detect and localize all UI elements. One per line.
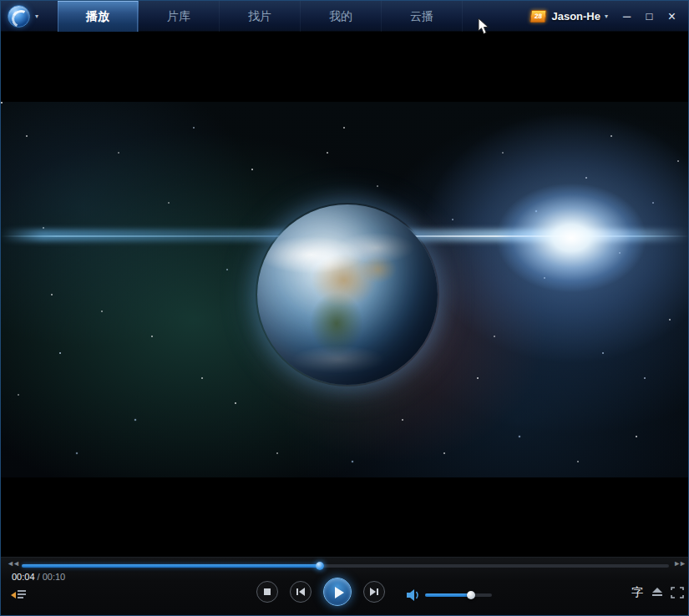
volume-fill (425, 593, 472, 597)
tab-mine[interactable]: 我的 (301, 1, 382, 32)
earth-planet (257, 204, 438, 385)
tab-library[interactable]: 片库 (139, 1, 220, 32)
user-dropdown-icon[interactable]: ▾ (605, 13, 608, 20)
seek-bar[interactable] (22, 564, 669, 568)
maximize-button[interactable]: □ (638, 10, 661, 23)
titlebar: ▾ 播放 片库 找片 我的 云播 28 Jason-He ▾ ─ □ × (1, 1, 688, 32)
volume-slider[interactable] (425, 593, 492, 597)
video-area[interactable] (1, 32, 689, 558)
previous-icon (299, 588, 305, 596)
minimize-button[interactable]: ─ (616, 10, 638, 23)
seek-handle[interactable] (316, 562, 324, 570)
user-name: Jason-He (551, 10, 600, 23)
logo-dropdown-icon[interactable]: ▾ (35, 13, 38, 20)
rewind-icon[interactable]: ◄◄ (7, 559, 18, 568)
sun-core (479, 171, 663, 305)
user-account[interactable]: 28 Jason-He ▾ (530, 1, 608, 32)
tab-find[interactable]: 找片 (220, 1, 301, 32)
next-icon (370, 588, 376, 596)
volume-handle[interactable] (467, 591, 475, 599)
video-frame-space-scene (1, 102, 689, 477)
fast-forward-icon[interactable]: ►► (673, 559, 685, 568)
previous-button[interactable] (290, 581, 312, 603)
next-button[interactable] (363, 581, 385, 603)
player-window: ▾ 播放 片库 找片 我的 云播 28 Jason-He ▾ ─ □ × (0, 0, 689, 616)
stop-icon (264, 588, 271, 595)
play-icon (335, 587, 344, 598)
play-button[interactable] (323, 578, 352, 606)
time-display: 00:04 / 00:10 (12, 572, 65, 582)
speaker-icon[interactable] (407, 588, 422, 602)
starfield (1, 102, 3, 104)
time-total: 00:10 (43, 572, 66, 582)
subtitle-button[interactable]: 字 (631, 585, 643, 600)
playlist-arrow-icon (11, 592, 16, 598)
app-logo-icon[interactable] (8, 5, 30, 28)
seek-bar-fill (22, 564, 320, 568)
tab-play[interactable]: 播放 (58, 1, 139, 32)
user-level-badge-icon: 28 (530, 10, 548, 23)
time-current: 00:04 (12, 572, 35, 582)
close-button[interactable]: × (661, 9, 683, 24)
eject-icon[interactable] (652, 588, 662, 596)
fullscreen-icon[interactable] (671, 587, 684, 598)
window-controls: ─ □ × (616, 1, 683, 32)
tab-cloud[interactable]: 云播 (382, 1, 463, 32)
time-separator: / (35, 572, 43, 582)
control-bar: ◄◄ ►► 00:04 / 00:10 (1, 557, 689, 615)
volume-control (407, 586, 499, 604)
playlist-icon[interactable] (11, 589, 26, 600)
main-tabs: 播放 片库 找片 我的 云播 (58, 1, 463, 32)
stop-button[interactable] (256, 581, 278, 603)
